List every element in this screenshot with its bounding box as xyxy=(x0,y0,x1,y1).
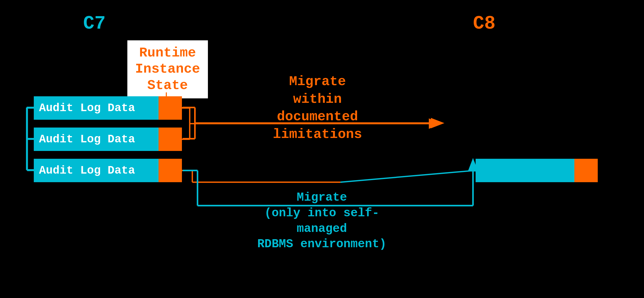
audit-row-3: Audit Log Data xyxy=(34,159,182,182)
diagram: C7 C8 Runtime Instance State Audit Log D… xyxy=(0,0,644,298)
audit-row-1: Audit Log Data xyxy=(34,96,182,120)
svg-marker-23 xyxy=(431,118,444,128)
svg-line-13 xyxy=(340,170,475,182)
c8-audit-bar xyxy=(476,159,574,182)
c7-header: C7 xyxy=(83,13,106,34)
orange-block-3 xyxy=(159,159,182,182)
audit-label-2: Audit Log Data xyxy=(39,133,135,146)
audit-label-3: Audit Log Data xyxy=(39,164,135,177)
audit-label-1: Audit Log Data xyxy=(39,102,135,115)
migrate-label-1: Migrate within documented limitations xyxy=(273,73,362,143)
audit-row-2: Audit Log Data xyxy=(34,128,182,151)
c8-orange-block xyxy=(574,159,598,182)
audit-bar-1: Audit Log Data xyxy=(34,96,159,120)
orange-block-2 xyxy=(159,128,182,151)
audit-bar-3: Audit Log Data xyxy=(34,159,159,182)
audit-bar-2: Audit Log Data xyxy=(34,128,159,151)
migrate-label-2: Migrate (only into self- managed RDBMS e… xyxy=(257,190,386,252)
runtime-instance-box: Runtime Instance State xyxy=(127,40,208,98)
runtime-box-text: Runtime Instance State xyxy=(135,45,200,94)
orange-block-1 xyxy=(159,96,182,120)
svg-marker-9 xyxy=(429,118,442,129)
c8-header: C8 xyxy=(473,13,495,34)
